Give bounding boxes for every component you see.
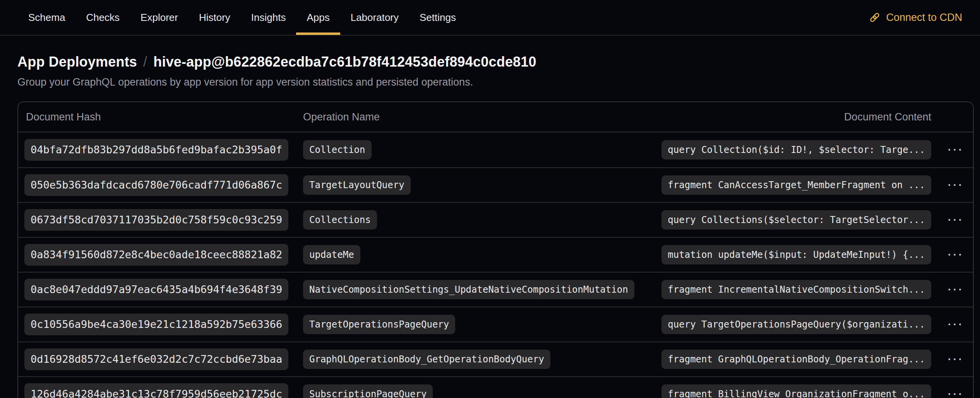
document-content-preview: mutation updateMe($input: UpdateMeInput!… <box>661 245 931 264</box>
row-actions-menu-button[interactable]: ··· <box>943 246 967 264</box>
breadcrumb-separator: / <box>143 53 147 71</box>
connect-to-cdn-link[interactable]: Connect to CDN <box>869 0 962 35</box>
document-hash-value: 0c10556a9be4ca30e19e21c1218a592b75e63366 <box>24 314 288 335</box>
nav-tab-checks[interactable]: Checks <box>75 0 130 35</box>
row-actions-menu-button[interactable]: ··· <box>943 281 967 298</box>
chain-link-icon <box>869 12 881 23</box>
column-header-document-content: Document Content <box>666 111 937 123</box>
nav-tab-laboratory[interactable]: Laboratory <box>340 0 409 35</box>
row-actions-menu-button[interactable]: ··· <box>943 211 967 229</box>
top-nav: SchemaChecksExplorerHistoryInsightsAppsL… <box>0 0 980 36</box>
nav-tab-schema[interactable]: Schema <box>18 0 75 35</box>
document-hash-value: 050e5b363dafdcacd6780e706cadf771d06a867c <box>24 174 288 196</box>
nav-tabs: SchemaChecksExplorerHistoryInsightsAppsL… <box>18 0 466 35</box>
operation-name-value: Collections <box>303 210 377 230</box>
page-title: App Deployments / hive-app@b622862ecdba7… <box>17 53 963 71</box>
document-hash-value: 0a834f91560d872e8c4bec0ade18ceec88821a82 <box>24 244 288 266</box>
breadcrumb-root: App Deployments <box>17 53 137 71</box>
operation-name-value: TargetLayoutQuery <box>303 175 411 195</box>
table-row: 0673df58cd7037117035b2d0c758f59c0c93c259… <box>18 202 973 237</box>
nav-tab-settings[interactable]: Settings <box>409 0 466 35</box>
row-actions-menu-button[interactable]: ··· <box>943 350 967 368</box>
table-row: 0c10556a9be4ca30e19e21c1218a592b75e63366… <box>18 307 973 341</box>
nav-tab-history[interactable]: History <box>188 0 241 35</box>
column-header-document-hash: Document Hash <box>18 111 297 123</box>
document-content-preview: fragment BillingView_OrganizationFragmen… <box>661 384 931 398</box>
app-root: SchemaChecksExplorerHistoryInsightsAppsL… <box>0 0 980 398</box>
breadcrumb-current-app: hive-app@b622862ecdba7c61b78f412453def89… <box>153 53 536 71</box>
document-hash-value: 0ac8e047eddd97a97eac6435a4b694f4e3648f39 <box>24 279 288 300</box>
nav-tab-explorer[interactable]: Explorer <box>130 0 188 35</box>
document-content-preview: query TargetOperationsPageQuery($organiz… <box>661 315 931 334</box>
connect-to-cdn-label: Connect to CDN <box>886 12 962 24</box>
main-content: App Deployments / hive-app@b622862ecdba7… <box>0 36 980 398</box>
table-body: 04bfa72dfb83b297dd8a5b6fed9bafac2b395a0f… <box>18 132 973 398</box>
nav-tab-insights[interactable]: Insights <box>241 0 296 35</box>
operation-name-value: Collection <box>303 140 372 160</box>
document-hash-value: 126d46a4284abe31c13c78f7959d56eeb21725dc <box>24 383 288 398</box>
table-row: 0ac8e047eddd97a97eac6435a4b694f4e3648f39… <box>18 272 973 307</box>
document-content-preview: query Collections($selector: TargetSelec… <box>661 210 931 230</box>
nav-tab-apps[interactable]: Apps <box>296 0 340 35</box>
page-subtitle: Group your GraphQL operations by app ver… <box>17 75 963 89</box>
operation-name-value: updateMe <box>303 245 360 264</box>
row-actions-menu-button[interactable]: ··· <box>943 141 967 159</box>
operation-name-value: NativeCompositionSettings_UpdateNativeCo… <box>303 280 634 299</box>
table-header-row: Document Hash Operation Name Document Co… <box>18 102 973 132</box>
table-row: 0d16928d8572c41ef6e032d2c7c72ccbd6e73baa… <box>18 341 973 376</box>
table-row: 0a834f91560d872e8c4bec0ade18ceec88821a82… <box>18 237 973 272</box>
page-head: App Deployments / hive-app@b622862ecdba7… <box>17 53 974 89</box>
document-hash-value: 0673df58cd7037117035b2d0c758f59c0c93c259 <box>24 209 288 231</box>
deployments-table: Document Hash Operation Name Document Co… <box>17 101 974 398</box>
table-row: 126d46a4284abe31c13c78f7959d56eeb21725dc… <box>18 376 973 398</box>
document-hash-value: 0d16928d8572c41ef6e032d2c7c72ccbd6e73baa <box>24 348 288 370</box>
document-content-preview: fragment GraphQLOperationBody_OperationF… <box>661 350 931 369</box>
column-header-operation-name: Operation Name <box>297 111 666 123</box>
document-content-preview: fragment CanAccessTarget_MemberFragment … <box>661 175 931 195</box>
table-row: 04bfa72dfb83b297dd8a5b6fed9bafac2b395a0f… <box>18 132 973 167</box>
document-hash-value: 04bfa72dfb83b297dd8a5b6fed9bafac2b395a0f <box>24 139 288 161</box>
operation-name-value: SubscriptionPageQuery <box>303 384 433 398</box>
operation-name-value: GraphQLOperationBody_GetOperationBodyQue… <box>303 350 550 369</box>
document-content-preview: fragment IncrementalNativeCompositionSwi… <box>661 280 931 299</box>
row-actions-menu-button[interactable]: ··· <box>943 316 967 333</box>
table-row: 050e5b363dafdcacd6780e706cadf771d06a867c… <box>18 167 973 202</box>
row-actions-menu-button[interactable]: ··· <box>943 385 967 398</box>
operation-name-value: TargetOperationsPageQuery <box>303 315 455 334</box>
row-actions-menu-button[interactable]: ··· <box>943 176 967 194</box>
document-content-preview: query Collection($id: ID!, $selector: Ta… <box>661 140 931 160</box>
